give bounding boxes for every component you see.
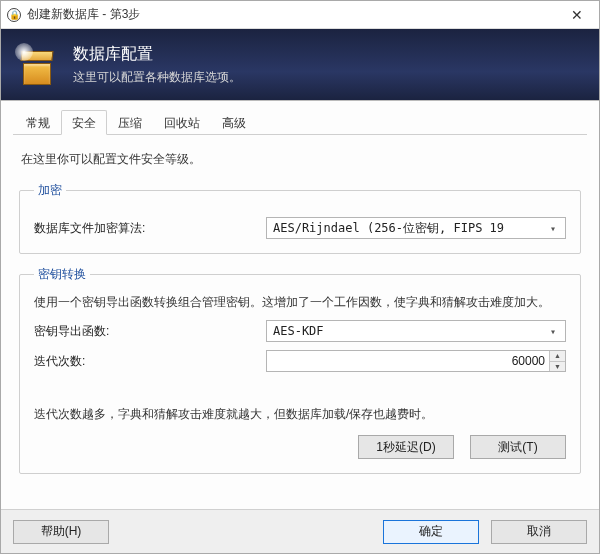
- close-icon: ✕: [571, 7, 583, 23]
- close-button[interactable]: ✕: [555, 1, 599, 29]
- cancel-button[interactable]: 取消: [491, 520, 587, 544]
- tab-compression[interactable]: 压缩: [107, 110, 153, 135]
- kdf-func-label: 密钥导出函数:: [34, 323, 266, 340]
- spinner-down-icon[interactable]: ▼: [550, 362, 565, 372]
- titlebar: 🔒 创建新数据库 - 第3步 ✕: [1, 1, 599, 29]
- tab-general[interactable]: 常规: [15, 110, 61, 135]
- group-encryption: 加密 数据库文件加密算法: AES/Rijndael (256-位密钥, FIP…: [19, 182, 581, 254]
- group-kdf-legend: 密钥转换: [34, 266, 90, 283]
- content-area: 常规 安全 压缩 回收站 高级 在这里你可以配置文件安全等级。 加密 数据库文件…: [1, 101, 599, 509]
- iter-value: 60000: [512, 354, 545, 368]
- tabbar: 常规 安全 压缩 回收站 高级: [13, 109, 587, 135]
- iter-input[interactable]: 60000 ▲ ▼: [266, 350, 566, 372]
- window-title: 创建新数据库 - 第3步: [27, 6, 555, 23]
- algo-select[interactable]: AES/Rijndael (256-位密钥, FIPS 19 ▾: [266, 217, 566, 239]
- banner-box-icon: [19, 45, 59, 85]
- kdf-func-select[interactable]: AES-KDF ▾: [266, 320, 566, 342]
- dialog-window: 🔒 创建新数据库 - 第3步 ✕ 数据库配置 这里可以配置各种数据库选项。 常规…: [0, 0, 600, 554]
- tab-security[interactable]: 安全: [61, 110, 107, 135]
- tab-advanced[interactable]: 高级: [211, 110, 257, 135]
- algo-label: 数据库文件加密算法:: [34, 220, 266, 237]
- iter-label: 迭代次数:: [34, 353, 266, 370]
- iter-hint: 迭代次数越多，字典和猜解攻击难度就越大，但数据库加载/保存也越费时。: [34, 406, 566, 423]
- chevron-down-icon: ▾: [545, 223, 561, 234]
- banner-title: 数据库配置: [73, 44, 241, 65]
- security-desc: 在这里你可以配置文件安全等级。: [21, 151, 581, 168]
- one-second-delay-button[interactable]: 1秒延迟(D): [358, 435, 454, 459]
- tab-panel-security: 在这里你可以配置文件安全等级。 加密 数据库文件加密算法: AES/Rijnda…: [13, 135, 587, 509]
- kdf-desc: 使用一个密钥导出函数转换组合管理密钥。这增加了一个工作因数，使字典和猜解攻击难度…: [34, 293, 566, 312]
- banner: 数据库配置 这里可以配置各种数据库选项。: [1, 29, 599, 101]
- algo-value: AES/Rijndael (256-位密钥, FIPS 19: [273, 220, 504, 237]
- dialog-footer: 帮助(H) 确定 取消: [1, 509, 599, 553]
- spinner-up-icon[interactable]: ▲: [550, 351, 565, 362]
- banner-text: 数据库配置 这里可以配置各种数据库选项。: [73, 44, 241, 86]
- kdf-func-value: AES-KDF: [273, 324, 324, 338]
- help-button[interactable]: 帮助(H): [13, 520, 109, 544]
- banner-subtitle: 这里可以配置各种数据库选项。: [73, 69, 241, 86]
- tab-recycle-bin[interactable]: 回收站: [153, 110, 211, 135]
- ok-button[interactable]: 确定: [383, 520, 479, 544]
- group-encryption-legend: 加密: [34, 182, 66, 199]
- test-button[interactable]: 测试(T): [470, 435, 566, 459]
- iter-spinner[interactable]: ▲ ▼: [549, 351, 565, 371]
- app-lock-icon: 🔒: [7, 8, 21, 22]
- chevron-down-icon: ▾: [545, 326, 561, 337]
- group-kdf: 密钥转换 使用一个密钥导出函数转换组合管理密钥。这增加了一个工作因数，使字典和猜…: [19, 266, 581, 474]
